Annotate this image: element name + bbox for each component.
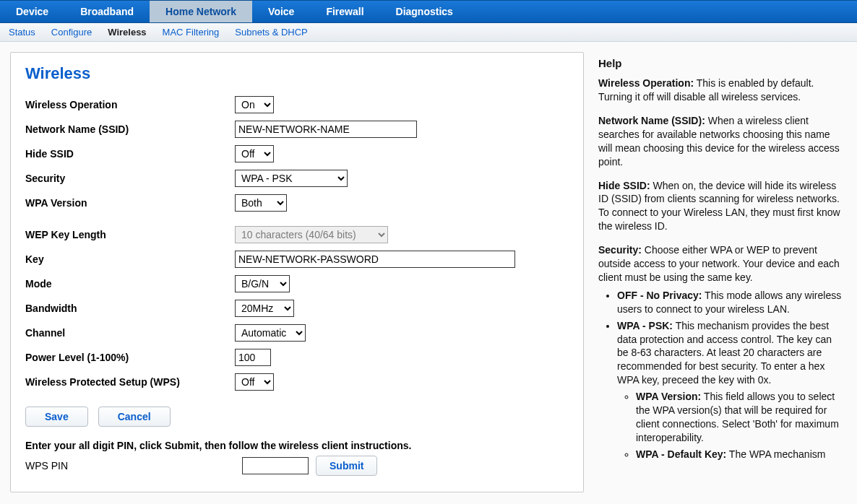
- help-security-list: OFF - No Privacy: This mode allows any w…: [598, 289, 843, 461]
- help-sidebar: Help Wireless Operation: This is enabled…: [594, 52, 847, 492]
- input-key[interactable]: [235, 251, 515, 268]
- nav-firewall[interactable]: Firewall: [310, 1, 379, 22]
- select-channel[interactable]: Automatic: [235, 324, 306, 342]
- label-wireless-operation: Wireless Operation: [25, 99, 235, 110]
- help-wpa-default-key: WPA - Default Key: The WPA mechanism: [636, 448, 843, 461]
- input-power-level[interactable]: [235, 349, 271, 366]
- select-wireless-operation[interactable]: On: [235, 96, 274, 113]
- label-channel: Channel: [25, 327, 235, 339]
- subnav-status[interactable]: Status: [9, 27, 35, 38]
- select-wep-key-length: 10 characters (40/64 bits): [235, 226, 388, 243]
- save-button[interactable]: Save: [25, 407, 88, 427]
- subnav-subnets-dhcp[interactable]: Subnets & DHCP: [235, 27, 307, 38]
- label-mode: Mode: [25, 278, 235, 290]
- help-wireless-operation: Wireless Operation: This is enabled by d…: [598, 77, 843, 104]
- help-ssid: Network Name (SSID): When a wireless cli…: [598, 114, 843, 169]
- wps-instruction: Enter your all digit PIN, click Submit, …: [25, 440, 569, 451]
- nav-device[interactable]: Device: [0, 1, 64, 22]
- label-key: Key: [25, 253, 235, 265]
- label-bandwidth: Bandwidth: [25, 303, 235, 314]
- label-power-level: Power Level (1-100%): [25, 352, 235, 363]
- label-ssid: Network Name (SSID): [25, 123, 235, 135]
- wireless-panel: Wireless Wireless Operation On Network N…: [10, 52, 584, 492]
- input-ssid[interactable]: [235, 121, 417, 138]
- select-mode[interactable]: B/G/N: [235, 275, 290, 292]
- subnav-wireless[interactable]: Wireless: [108, 27, 146, 38]
- select-bandwidth[interactable]: 20MHz: [235, 300, 294, 317]
- help-wpa-version: WPA Version: This field allows you to se…: [636, 390, 843, 445]
- nav-home-network[interactable]: Home Network: [150, 1, 252, 22]
- subnav-mac-filtering[interactable]: MAC Filtering: [163, 27, 220, 38]
- cancel-button[interactable]: Cancel: [98, 407, 171, 427]
- secondary-nav: Status Configure Wireless MAC Filtering …: [0, 23, 857, 42]
- nav-voice[interactable]: Voice: [252, 1, 310, 22]
- primary-nav: Device Broadband Home Network Voice Fire…: [0, 0, 857, 23]
- label-wep-key-length: WEP Key Length: [25, 229, 235, 240]
- label-wpa-version: WPA Version: [25, 197, 235, 209]
- page-title: Wireless: [25, 64, 569, 83]
- label-hide-ssid: Hide SSID: [25, 148, 235, 160]
- input-wps-pin[interactable]: [242, 457, 309, 474]
- label-wps: Wireless Protected Setup (WPS): [25, 376, 235, 388]
- select-wpa-version[interactable]: Both: [235, 194, 287, 212]
- nav-broadband[interactable]: Broadband: [64, 1, 150, 22]
- help-off: OFF - No Privacy: This mode allows any w…: [617, 289, 843, 316]
- select-wps[interactable]: Off: [235, 373, 274, 391]
- submit-button[interactable]: Submit: [316, 456, 377, 476]
- select-hide-ssid[interactable]: Off: [235, 145, 274, 162]
- select-security[interactable]: WPA - PSK: [235, 170, 348, 187]
- help-hide-ssid: Hide SSID: When on, the device will hide…: [598, 179, 843, 234]
- label-wps-pin: WPS PIN: [25, 460, 235, 472]
- subnav-configure[interactable]: Configure: [51, 27, 92, 38]
- label-security: Security: [25, 173, 235, 184]
- nav-diagnostics[interactable]: Diagnostics: [380, 1, 469, 22]
- help-security: Security: Choose either WPA or WEP to pr…: [598, 243, 843, 284]
- help-title: Help: [598, 56, 843, 71]
- help-wpa-psk: WPA - PSK: This mechanism provides the b…: [617, 319, 843, 461]
